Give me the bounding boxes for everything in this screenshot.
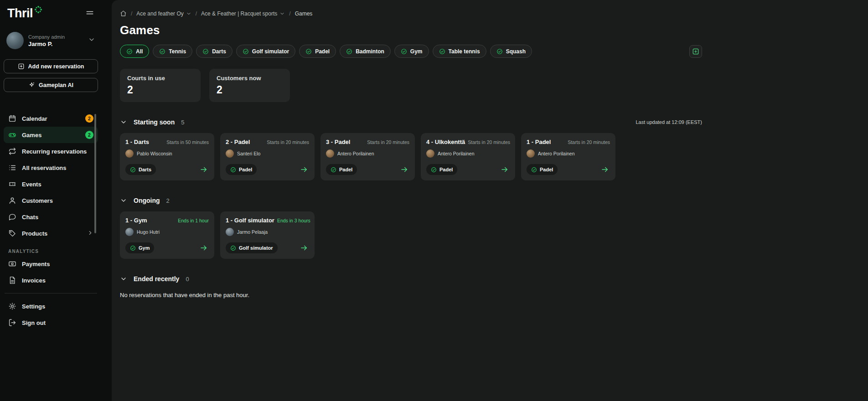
filter-chip-golf-simulator[interactable]: Golf simulator [236, 45, 295, 58]
gear-icon [8, 302, 16, 310]
customer-avatar [125, 149, 134, 158]
add-new-reservation-label: Add new reservation [28, 63, 84, 70]
section-count: 0 [186, 276, 189, 283]
reservation-card[interactable]: 1 - Darts Starts in 50 minutes Pablo Wis… [120, 133, 214, 180]
breadcrumb-company[interactable]: Ace and feather Oy [136, 10, 191, 17]
add-game-button[interactable] [689, 45, 702, 58]
nav-label: Calendar [22, 115, 47, 122]
nav-label: Customers [22, 197, 53, 204]
reservation-card[interactable]: 1 - Gym Ends in 1 hour Hugo Hutri Gym [120, 211, 214, 259]
sidebar-item-events[interactable]: Events [4, 176, 98, 192]
breadcrumb: / Ace and feather Oy / Ace & Feather | R… [120, 10, 702, 17]
filter-chip-squash[interactable]: Squash [490, 45, 532, 58]
gameplan-ai-button[interactable]: Gameplan AI [4, 78, 98, 92]
check-circle-icon [431, 167, 437, 173]
reservation-time: Starts in 50 minutes [166, 139, 209, 145]
plus-square-icon [18, 63, 25, 70]
arrow-right-icon [200, 244, 208, 252]
stat-value: 2 [127, 84, 193, 96]
filter-chip-tennis[interactable]: Tennis [153, 45, 192, 58]
nav-label: Settings [22, 303, 45, 310]
sport-tag-label: Gym [139, 245, 150, 251]
filter-chip-padel[interactable]: Padel [299, 45, 336, 58]
reservation-title: 2 - Padel [226, 139, 250, 145]
games-badge: 2 [85, 131, 93, 139]
chevron-right-icon [87, 230, 93, 237]
breadcrumb-home[interactable] [120, 10, 127, 17]
sidebar-item-settings[interactable]: Settings [4, 298, 98, 314]
nav-label: Products [22, 230, 47, 237]
sidebar-item-sign-out[interactable]: Sign out [4, 314, 98, 331]
sport-tag-label: Padel [239, 167, 252, 172]
chevron-down-icon [88, 36, 95, 45]
add-new-reservation-button[interactable]: Add new reservation [4, 59, 98, 73]
sidebar-item-recurring-reservations[interactable]: Recurring reservations [4, 143, 98, 159]
filter-chip-label: Padel [315, 48, 330, 55]
sidebar-item-calendar[interactable]: Calendar 2 [4, 110, 98, 127]
filter-chip-label: All [136, 48, 143, 55]
sport-tag: Gym [125, 242, 154, 253]
reservation-card[interactable]: 1 - Padel Starts in 20 minutes Antero Po… [521, 133, 615, 180]
reservation-title: 1 - Golf simulator [226, 217, 274, 224]
reservation-card[interactable]: 4 - Ulkokenttä Starts in 20 minutes Ante… [421, 133, 515, 180]
nav-label: Sign out [22, 319, 46, 326]
reservation-card[interactable]: 1 - Golf simulator Ends in 3 hours Jarmo… [220, 211, 315, 259]
list-icon [8, 164, 16, 172]
check-circle-icon [401, 48, 407, 55]
sidebar-item-chats[interactable]: Chats [4, 209, 98, 225]
breadcrumb-venue[interactable]: Ace & Feather | Racquet sports [201, 10, 285, 17]
reservation-time: Ends in 3 hours [277, 218, 310, 223]
calendar-badge: 2 [85, 114, 93, 123]
customer-name: Antero Porilainen [538, 151, 575, 156]
filter-chip-badminton[interactable]: Badminton [340, 45, 391, 58]
section-header-ongoing: Ongoing 2 [120, 197, 702, 204]
open-reservation-button[interactable] [299, 243, 309, 253]
section-header-ended-recently: Ended recently 0 [120, 275, 702, 283]
chevron-down-icon [186, 11, 191, 16]
filter-chip-all[interactable]: All [120, 45, 149, 58]
collapse-section-button[interactable] [120, 197, 127, 204]
open-reservation-button[interactable] [299, 165, 309, 175]
collapse-section-button[interactable] [120, 118, 127, 126]
sidebar-item-customers[interactable]: Customers [4, 192, 98, 209]
customer-avatar [226, 149, 234, 158]
reservation-card[interactable]: 2 - Padel Starts in 20 minutes Santeri E… [220, 133, 315, 180]
arrow-right-icon [300, 165, 308, 174]
reservation-time: Starts in 20 minutes [267, 139, 309, 145]
user-name: Jarmo P. [28, 41, 65, 47]
chevron-down-icon [120, 118, 127, 126]
section-count: 2 [166, 197, 170, 204]
sidebar-scrollbar[interactable] [94, 114, 96, 233]
user-role: Company admin [28, 34, 65, 40]
reservation-card[interactable]: 3 - Padel Starts in 20 minutes Antero Po… [320, 133, 415, 180]
sidebar-item-payments[interactable]: Payments [4, 256, 98, 272]
sidebar-collapse-button[interactable] [83, 6, 96, 19]
check-circle-icon [202, 48, 209, 55]
check-circle-icon [230, 167, 236, 173]
sport-tag-label: Padel [339, 167, 352, 172]
chevron-down-icon [120, 275, 127, 283]
open-reservation-button[interactable] [199, 243, 209, 253]
section-title: Starting soon [134, 118, 175, 126]
ticket-icon [8, 180, 16, 188]
chevron-down-icon [279, 11, 285, 16]
open-reservation-button[interactable] [500, 165, 510, 175]
page-title: Games [120, 23, 702, 37]
sidebar-item-products[interactable]: Products [4, 225, 98, 242]
open-reservation-button[interactable] [199, 165, 209, 175]
collapse-section-button[interactable] [120, 275, 127, 283]
filter-chip-darts[interactable]: Darts [196, 45, 232, 58]
sidebar-item-games[interactable]: Games 2 [4, 127, 98, 143]
filter-chip-gym[interactable]: Gym [394, 45, 429, 58]
open-reservation-button[interactable] [399, 165, 409, 175]
sidebar-item-invoices[interactable]: Invoices [4, 272, 98, 288]
filter-chip-label: Squash [506, 48, 526, 55]
filter-chip-label: Golf simulator [252, 48, 289, 55]
user-profile-menu[interactable]: Company admin Jarmo P. [4, 30, 98, 51]
breadcrumb-separator: / [289, 10, 290, 17]
sidebar-item-all-reservations[interactable]: All reservations [4, 159, 98, 176]
spark-logo-icon [34, 5, 42, 14]
filter-chip-table-tennis[interactable]: Table tennis [433, 45, 486, 58]
section-header-starting-soon: Starting soon 5 Last updated at 12:09 (E… [120, 118, 702, 126]
open-reservation-button[interactable] [600, 165, 610, 175]
